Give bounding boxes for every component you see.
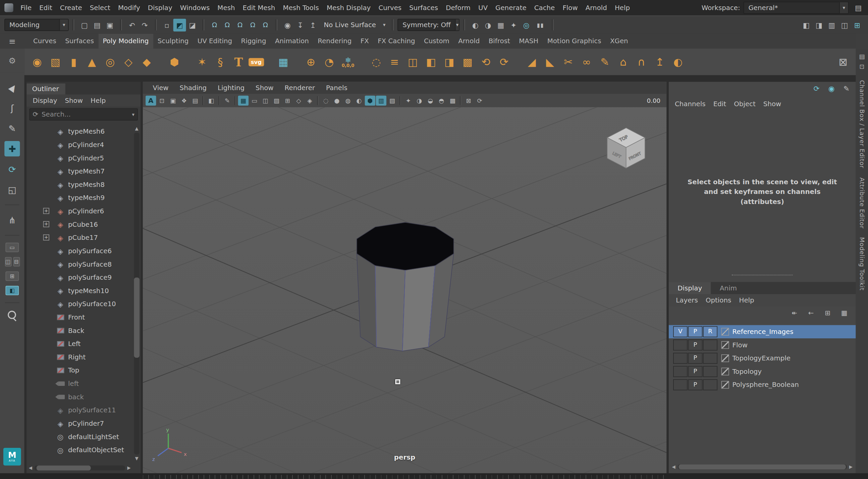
scale-tool[interactable]: ◱ <box>4 182 20 197</box>
layer-editor-horizontal-scrollbar[interactable]: ◀ ▶ <box>671 463 854 470</box>
multisample-icon[interactable]: ▩ <box>447 96 458 106</box>
shelf-tab-fx-caching[interactable]: FX Caching <box>373 34 420 49</box>
image-plane-icon[interactable]: ▤ <box>190 96 200 106</box>
poly-plane-icon[interactable]: ◇ <box>120 54 137 70</box>
outliner-item[interactable]: ◈pCylinder7 <box>27 417 132 430</box>
menu-cache[interactable]: Cache <box>530 0 559 15</box>
resolution-gate-icon[interactable]: ◫ <box>260 96 271 106</box>
group-separator[interactable] <box>155 20 157 31</box>
make-live-shelf-icon[interactable]: ◌ <box>368 54 385 70</box>
group-separator[interactable] <box>552 20 554 31</box>
shelf-menu-icon[interactable]: ≡ <box>0 34 25 49</box>
shadows-icon[interactable]: ◑ <box>414 96 425 106</box>
make-live-icon[interactable]: ◉ <box>281 19 294 31</box>
viewport-menu-panels[interactable]: Panels <box>321 82 353 94</box>
panel-splitter[interactable] <box>732 275 793 275</box>
default-material-icon[interactable]: ◐ <box>354 96 364 106</box>
textured-icon[interactable]: ◍ <box>343 96 353 106</box>
shelf-tab-rendering[interactable]: Rendering <box>313 34 356 49</box>
live-surface-menu-icon[interactable]: ▾ <box>380 19 388 31</box>
slider-mode-icon[interactable]: ✎ <box>841 83 851 94</box>
type-tool-icon[interactable]: T <box>230 54 247 70</box>
viewport-menu-view[interactable]: View <box>147 82 174 94</box>
channels-menu[interactable]: Channels <box>671 96 709 111</box>
field-chart-icon[interactable]: ⊞ <box>282 96 293 106</box>
scroll-up-icon[interactable]: ▲ <box>135 126 138 131</box>
grid-icon[interactable]: ▦ <box>238 96 249 106</box>
poly-cube-icon[interactable]: ▧ <box>47 54 64 70</box>
outliner-item[interactable]: ◈polySurface6 <box>27 244 132 258</box>
layer-name[interactable]: Flow <box>733 341 748 349</box>
poly-cone-icon[interactable]: ▲ <box>84 54 100 70</box>
menu-mesh[interactable]: Mesh <box>214 0 239 15</box>
multi-cut-icon[interactable]: ✂ <box>560 54 577 70</box>
group-separator[interactable] <box>276 20 277 31</box>
group-separator[interactable] <box>392 20 394 31</box>
expand-icon[interactable]: + <box>43 235 49 240</box>
shelf-tab-arnold[interactable]: Arnold <box>454 34 484 49</box>
ssao-icon[interactable]: ◒ <box>425 96 436 106</box>
outliner-horizontal-scrollbar[interactable]: ◀ ▶ <box>28 464 132 471</box>
sidebar-expand-icon[interactable]: ⊞ <box>851 19 864 31</box>
menu-uv[interactable]: UV <box>474 0 491 15</box>
scrollbar-thumb[interactable] <box>679 464 846 469</box>
motion-blur-icon[interactable]: ◓ <box>436 96 447 106</box>
shelf-tab-surfaces[interactable]: Surfaces <box>61 34 98 49</box>
paint-select-tool[interactable]: ✎ <box>4 121 20 136</box>
safe-action-icon[interactable]: ◇ <box>293 96 304 106</box>
snap-to-origin-icon[interactable]: ❄ 0,0,0 <box>339 56 357 68</box>
snap-to-curve-icon[interactable]: Ω <box>221 19 234 31</box>
shaded-icon[interactable]: ● <box>332 96 342 106</box>
edit-menu[interactable]: Edit <box>709 96 730 111</box>
undo-icon[interactable]: ↶ <box>126 19 138 31</box>
layer-visible-toggle[interactable] <box>673 366 687 377</box>
menu-edit-mesh[interactable]: Edit Mesh <box>239 0 279 15</box>
shelf-tab-motion-graphics[interactable]: Motion Graphics <box>542 34 606 49</box>
select-by-hierarchy-icon[interactable]: ▫ <box>161 19 174 31</box>
viewport-renderer-icon[interactable]: ◎ <box>520 19 533 31</box>
menu-select[interactable]: Select <box>86 0 114 15</box>
layer-visible-toggle[interactable]: V <box>673 326 687 337</box>
scrollbar-track[interactable] <box>34 466 125 471</box>
group-separator[interactable] <box>203 20 204 31</box>
toggle-tool-settings-icon[interactable]: ◧ <box>800 19 813 31</box>
tab-modeling-toolkit[interactable]: Modeling Toolkit <box>858 237 865 291</box>
update-icon[interactable]: ⟳ <box>812 83 822 94</box>
redo-icon[interactable]: ↷ <box>138 19 151 31</box>
shelf-tab-poly-modeling[interactable]: Poly Modeling <box>98 34 153 49</box>
poly-helix-icon[interactable]: § <box>212 54 229 70</box>
outliner-item[interactable]: +◈pCylinder6 <box>27 205 132 218</box>
scrollbar-thumb[interactable] <box>36 466 91 471</box>
extrude-icon[interactable]: ↥ <box>651 54 668 70</box>
snap-to-projected-center-icon[interactable]: Ω <box>246 19 259 31</box>
outliner-item[interactable]: Right <box>27 350 132 364</box>
layer-color-swatch[interactable] <box>721 368 729 376</box>
shelf-tab-sculpting[interactable]: Sculpting <box>153 34 193 49</box>
layer-display-type-toggle[interactable] <box>703 379 717 390</box>
move-tool[interactable]: ✚ <box>4 141 20 157</box>
camera-attributes-icon[interactable]: ▣ <box>168 96 178 106</box>
combine-icon[interactable]: ≡ <box>386 54 403 70</box>
tab-channel-box-layer-editor[interactable]: Channel Box / Layer Editor <box>858 80 865 168</box>
outliner-item[interactable]: left <box>27 377 132 390</box>
expand-icon[interactable]: + <box>43 208 49 214</box>
shelf-tab-mash[interactable]: MASH <box>515 34 543 49</box>
camera-lock-icon[interactable]: ⊡ <box>157 96 167 106</box>
outliner-item[interactable]: ◎defaultObjectSet <box>27 444 132 457</box>
open-scene-icon[interactable]: ▤ <box>91 19 104 31</box>
layer-playback-toggle[interactable]: P <box>688 379 703 390</box>
viewport-menu-lighting[interactable]: Lighting <box>212 82 250 94</box>
layer-display-type-toggle[interactable] <box>703 339 717 350</box>
workspace-cube-icon[interactable]: ⊡ <box>857 61 867 71</box>
modeling-toolkit-icon[interactable]: ▦ <box>275 54 292 70</box>
outliner-item[interactable]: ◈typeMesh7 <box>27 165 132 178</box>
bookmarks-icon[interactable]: ❖ <box>179 96 189 106</box>
grease-pencil-icon[interactable]: ✎ <box>222 96 232 106</box>
filter-icon[interactable]: ⟳ <box>33 110 38 118</box>
toggle-channel-box-icon[interactable]: ◫ <box>838 19 851 31</box>
pan-zoom-icon[interactable]: ◧ <box>206 96 216 106</box>
menu-create[interactable]: Create <box>56 0 86 15</box>
rotate-tool[interactable]: ⟳ <box>4 162 20 177</box>
lighting-icon[interactable]: ✦ <box>403 96 413 106</box>
outliner-item[interactable]: back <box>27 390 132 404</box>
